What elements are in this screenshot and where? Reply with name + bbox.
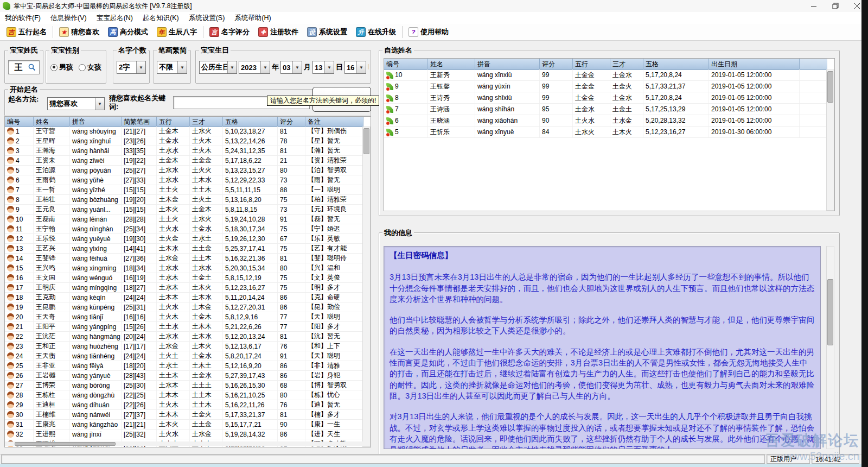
toolbar-settings[interactable]: 设系统设置: [303, 25, 352, 39]
column-header-sancai[interactable]: 三才: [610, 59, 643, 70]
table-row[interactable]: 17 王明庆 wáng míngqìng [18][27] 土水木 土木火 5,…: [5, 283, 363, 293]
table-row[interactable]: 10 王新秀 wáng xīnxiù 99 土金金 土金水 5,17,20,8,…: [384, 70, 827, 81]
surname-input[interactable]: [9, 62, 28, 73]
menu-system-help[interactable]: 系统帮助(H): [229, 12, 276, 24]
column-header-wuxing[interactable]: 五行: [573, 59, 610, 70]
info-vertical-scrollbar[interactable]: [826, 246, 834, 449]
table-row[interactable]: 3 王瀚海 wáng hànhǎi [33][35] 土水水 土火木 5,24,…: [5, 146, 363, 156]
table-row[interactable]: 4 王资未 wáng zīwèi [19][22] 土金木 土金金 5,17,1…: [5, 156, 363, 166]
table-row[interactable]: 10 王磊南 wáng lěinán [28][28] 土土火 土水火 5,19…: [5, 214, 363, 224]
table-row[interactable]: 18 王克勤 wáng kèqín [24][24] 土木木 土木水 5,11,…: [5, 293, 363, 302]
toolbar-wuxing-naming[interactable]: 吉五行起名: [2, 25, 51, 39]
table-row[interactable]: 22 王沆茫 wáng hàngmáng [20][24] 土水水 土木水 5,…: [5, 332, 363, 342]
table-row[interactable]: 30 王楠维 wáng nánwéi [27][37] 土木木 土金火 5,17…: [5, 410, 363, 420]
toolbar-register[interactable]: ✚注册软件: [254, 25, 303, 39]
column-header-name[interactable]: 姓名: [428, 59, 475, 70]
table-row[interactable]: 11 王宁翰 wáng nìnghàn [25][34] 土火水 土金水 5,1…: [5, 224, 363, 234]
toolbar-high-score-mode[interactable]: 高高分模式: [104, 25, 152, 39]
table-row[interactable]: 15 王兴鸣 wáng xìngmíng [18][34] 土水水 土水水 5,…: [5, 263, 363, 273]
sancai-cell: 土木水: [190, 293, 223, 302]
menu-system-settings[interactable]: 系统设置(S): [184, 12, 230, 24]
table-row[interactable]: 7 王一哲 wáng yīzhé [15][15] 土土火 土土木 5,5,11…: [5, 185, 363, 195]
column-header-strokes[interactable]: 简繁笔画: [122, 117, 157, 127]
menu-my-software[interactable]: 我的软件(F): [0, 12, 46, 24]
toolbar-help[interactable]: ?使用帮助: [404, 25, 453, 39]
table-row[interactable]: 28 王栋柱 wáng dòngzhù [22][25] 土木木 土土木 5,1…: [5, 390, 363, 400]
scrollbar-thumb[interactable]: [15, 442, 116, 446]
table-row[interactable]: 7 王诗涵 wáng shīhán 95 土金水 土金土 5,17,25,13,…: [384, 104, 827, 115]
column-header-wuxing[interactable]: 五行: [157, 117, 190, 127]
table-row[interactable]: 23 王和正 wáng huòzhēng [17][17] 土水金 土木火 5,…: [5, 342, 363, 351]
toolbar-guess-you-like[interactable]: ★猜您喜欢: [55, 25, 104, 39]
pinyin-cell: wáng lěinán: [70, 214, 122, 224]
month-select[interactable]: 03▼: [280, 61, 302, 74]
menu-baby-naming[interactable]: 宝宝起名(N): [92, 12, 138, 24]
table-row[interactable]: 1 王守营 wáng shǒuyíng [21][27] 土金木 土水火 5,1…: [5, 127, 363, 136]
table-row[interactable]: 20 王天奇 wáng tiānjī [16][16] 土火木 土金木 5,8,…: [5, 312, 363, 322]
gender-radio-girl[interactable]: 女孩: [79, 62, 101, 72]
pinyin-cell: wáng yīzhé: [70, 185, 122, 194]
table-row[interactable]: 14 王斐铧 wáng fěihuá [27][36] 土水金 土土木 5,16…: [5, 254, 363, 263]
column-header-remark[interactable]: 备注: [305, 117, 363, 127]
table-row[interactable]: 5 王忻乐 wáng xīnyuè 84 土水火 土木火 5,12,23,16,…: [384, 127, 827, 138]
calendar-type-select[interactable]: 公历生日▼: [199, 61, 237, 74]
column-header-pinyin[interactable]: 拼音: [70, 117, 122, 127]
table-row[interactable]: 26 王岩樾 wáng yányuè [28][43] 土土木 土金水 5,27…: [5, 371, 363, 381]
radio-dot-icon: [79, 64, 86, 71]
info-text-area[interactable]: 【生日密码信息】 3月13日预言未来在3月13日出生的人总是非常的宿命，因为他们…: [384, 246, 821, 449]
menu-info-ops[interactable]: 信息操作(V): [46, 12, 92, 24]
star-icon: ★: [59, 27, 69, 37]
table-row[interactable]: 9 王元良 wáng yuánl... [15][15] 土木火 土金木 5,8…: [5, 205, 363, 214]
table-row[interactable]: 32 王进熙 wáng jìnxī [25][32] 土火水 土水金 5,19,…: [5, 430, 363, 439]
toolbar-online-upgrade[interactable]: 升在线升级: [352, 25, 400, 39]
table-row[interactable]: 24 王天衡 wáng tiānhéng [24][24] 土火土 土金水 5,…: [5, 351, 363, 361]
table-row[interactable]: 6 王晓涵 wáng xiǎohán 90 土火水 土水金 5,20,28,13…: [384, 115, 827, 127]
table-row[interactable]: 31 王康兆 wáng kāngzhào [21][21] 土木火 土土金 5,…: [5, 420, 363, 430]
column-header-score[interactable]: 评分: [540, 59, 573, 70]
table-row[interactable]: 9 王钰馨 wáng yùxīn 99 土金金 土金火 5,17,33,21,3…: [384, 81, 827, 92]
column-header-number[interactable]: 编号: [384, 59, 428, 70]
table-row[interactable]: 21 王阳平 wáng yángpíng [15][26] 土土水 土木木 5,…: [5, 322, 363, 332]
table-row[interactable]: 8 王诗秀 wáng shīxiù 99 土金金 土金水 5,17,20,8,2…: [384, 92, 827, 104]
minimize-button[interactable]: [803, 0, 825, 12]
scrollbar-thumb[interactable]: [827, 71, 833, 103]
selected-names-vertical-scrollbar[interactable]: [826, 70, 834, 211]
table-row[interactable]: 16 王文国 wáng wénguó [16][19] 土水木 土金土 5,8,…: [5, 273, 363, 283]
column-header-birthdate[interactable]: 出生日期: [709, 59, 800, 70]
toolbar-bazi[interactable]: 年生辰八字: [152, 25, 201, 39]
table-row[interactable]: 27 王博荣 wáng bóróng [25][30] 土水木 土土土 5,16…: [5, 381, 363, 390]
name-count-select[interactable]: 2字 ▼: [117, 61, 146, 74]
hour-select[interactable]: 16▼: [344, 61, 366, 74]
column-header-wuge[interactable]: 五格: [643, 59, 709, 70]
menu-naming-knowledge[interactable]: 起名知识(K): [138, 12, 184, 24]
restore-button[interactable]: [825, 0, 846, 12]
table-row[interactable]: 12 王乐悦 wáng yuèyuè [19][30] 土火金 土水土 5,19…: [5, 234, 363, 244]
column-header-number[interactable]: 编号: [5, 117, 34, 127]
column-header-name[interactable]: 姓名: [34, 117, 70, 127]
table-row[interactable]: 6 王雨鹤 wáng yǔhè [27][33] 土水水 土木水 5,12,29…: [5, 175, 363, 185]
wuge-cell: 5,8,15,12,19: [223, 273, 278, 282]
search-icon[interactable]: [28, 64, 36, 71]
table-row[interactable]: 8 王柏壮 wáng bòzhuàng [19][20] 土木金 土火土 5,1…: [5, 195, 363, 205]
year-select[interactable]: 2023▼: [239, 61, 270, 74]
naming-method-select[interactable]: 猜您喜欢 ▼: [47, 97, 105, 110]
table-row[interactable]: 13 王艺兴 wáng yìxìng [14][41] 土木水 土土金 5,25…: [5, 244, 363, 254]
column-header-sancai[interactable]: 三才: [190, 117, 223, 127]
toolbar-name-score[interactable]: 言名字评分: [205, 25, 254, 39]
table-row[interactable]: 2 王星晖 wáng xīnghuī [23][26] 土金水 土火木 5,13…: [5, 136, 363, 146]
scrollbar-thumb[interactable]: [363, 128, 369, 154]
column-header-pinyin[interactable]: 拼音: [475, 59, 540, 70]
stroke-select[interactable]: 不限 ▼: [157, 61, 187, 74]
day-select[interactable]: 13▼: [312, 61, 334, 74]
results-vertical-scrollbar[interactable]: [362, 127, 371, 447]
table-row[interactable]: 29 王迪桓 wáng díhuán [22][26] 土火木 土土木 5,16…: [5, 400, 363, 410]
results-horizontal-scrollbar[interactable]: [5, 441, 363, 446]
table-row[interactable]: 19 王昆鹏 wáng kūnpéng [25][31] 土火水 土木金 5,1…: [5, 302, 363, 312]
wuxing-cell: 土金木: [157, 127, 190, 136]
table-row[interactable]: 5 王泊源 wáng pōyuán [25][27] 土水水 土火火 5,13,…: [5, 166, 363, 175]
column-header-wuge[interactable]: 五格: [223, 117, 278, 127]
scrollbar-thumb[interactable]: [827, 279, 833, 345]
column-header-score[interactable]: 评分: [278, 117, 305, 127]
table-row[interactable]: 25 王非亚 wáng fēiyà [18][20] 土水土 土木土 5,12,…: [5, 361, 363, 371]
gender-radio-boy[interactable]: 男孩: [50, 62, 73, 72]
